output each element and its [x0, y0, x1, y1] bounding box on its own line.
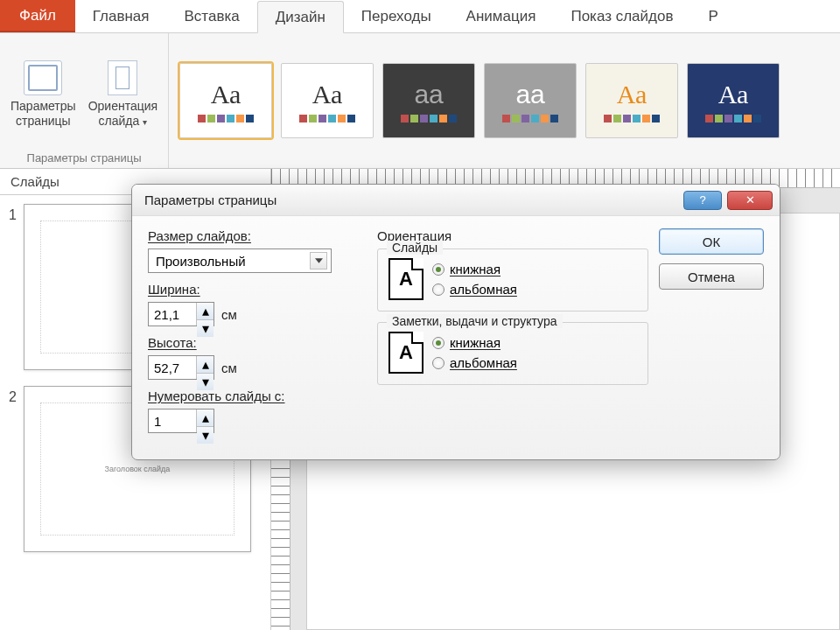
ok-button[interactable]: ОК [659, 228, 764, 255]
dialog-titlebar[interactable]: Параметры страницы ? ✕ [132, 185, 780, 216]
radio-label: альбомная [450, 355, 517, 370]
page-setup-label2: страницы [16, 114, 71, 128]
orientation-button[interactable]: Ориентацияслайда ▾ [88, 60, 158, 127]
theme-sample: Аа [211, 80, 242, 109]
tab-design-label: Дизайн [276, 9, 326, 26]
tab-home-label: Главная [93, 8, 150, 25]
tab-transitions[interactable]: Переходы [344, 0, 449, 32]
width-spinner[interactable]: 21,1 ▴▾ [148, 302, 214, 326]
tab-slideshow-label: Показ слайдов [570, 8, 673, 25]
orientation-icon [108, 60, 137, 95]
theme-sample: Аа [617, 80, 648, 109]
page-setup-dialog: Параметры страницы ? ✕ Размер слайдов: П… [131, 184, 780, 460]
tab-insert[interactable]: Вставка [167, 0, 257, 32]
help-icon: ? [699, 193, 705, 206]
radio-label: книжная [450, 262, 500, 276]
dialog-title: Параметры страницы [144, 192, 276, 207]
portrait-icon: A [388, 332, 424, 374]
tab-animations[interactable]: Анимация [449, 0, 554, 32]
slide-number: 1 [9, 204, 17, 223]
notes-portrait-radio[interactable]: книжная [432, 335, 517, 350]
tab-extra[interactable]: Р [690, 0, 735, 32]
tab-extra-label: Р [708, 8, 718, 25]
theme-sample: Аа [312, 80, 343, 109]
orientation-label2: слайда [99, 114, 140, 128]
theme-sample: Aa [414, 80, 443, 109]
page-setup-icon [24, 60, 62, 95]
number-value: 1 [149, 410, 196, 432]
slides-tab-label: Слайды [10, 174, 60, 189]
radio-label: книжная [450, 335, 500, 350]
tab-home[interactable]: Главная [75, 0, 167, 32]
theme-colors [604, 115, 660, 122]
chevron-down-icon: ▾ [143, 117, 147, 127]
tab-file-label: Файл [19, 7, 56, 24]
themes-gallery: Аа Аа Aa Aa Аа Аа [169, 33, 790, 168]
notes-orientation-group: Заметки, выдачи и структура A книжная ал… [377, 322, 648, 385]
theme-item-4[interactable]: Aa [484, 63, 577, 138]
notes-landscape-radio[interactable]: альбомная [432, 355, 517, 370]
tab-slideshow[interactable]: Показ слайдов [553, 0, 690, 32]
height-unit: см [221, 360, 237, 375]
slides-legend: Слайды [387, 241, 443, 255]
width-label: Ширина: [148, 282, 367, 297]
cancel-button[interactable]: Отмена [659, 263, 764, 290]
close-button[interactable]: ✕ [727, 191, 773, 210]
slides-orientation-group: Слайды A книжная альбомная [377, 248, 648, 312]
ok-label: ОК [703, 234, 720, 249]
theme-item-1[interactable]: Аа [179, 63, 272, 138]
height-spinner[interactable]: 52,7 ▴▾ [148, 355, 214, 380]
slides-portrait-radio[interactable]: книжная [432, 262, 517, 276]
size-label: Размер слайдов: [148, 228, 367, 243]
theme-item-3[interactable]: Aa [382, 63, 475, 138]
group-page-setup: Параметрыстраницы Ориентацияслайда ▾ Пар… [0, 33, 169, 168]
radio-icon [432, 337, 444, 349]
ribbon: Параметрыстраницы Ориентацияслайда ▾ Пар… [0, 33, 840, 169]
page-setup-label1: Параметры [10, 99, 76, 113]
slides-landscape-radio[interactable]: альбомная [432, 282, 517, 297]
orientation-label1: Ориентация [88, 99, 158, 113]
group-label-page-setup: Параметры страницы [27, 150, 142, 166]
number-spinner[interactable]: 1 ▴▾ [148, 409, 214, 433]
theme-item-5[interactable]: Аа [585, 63, 678, 138]
size-value: Произвольный [156, 254, 246, 269]
radio-label: альбомная [450, 282, 517, 297]
width-unit: см [221, 307, 237, 322]
cancel-label: Отмена [688, 270, 735, 284]
theme-sample: Aa [515, 80, 544, 109]
tab-transitions-label: Переходы [361, 8, 431, 25]
spin-up-icon[interactable]: ▴ [197, 303, 214, 320]
height-label: Высота: [148, 335, 367, 350]
theme-item-2[interactable]: Аа [281, 63, 374, 138]
theme-colors [198, 115, 254, 122]
tab-file[interactable]: Файл [0, 0, 75, 32]
notes-legend: Заметки, выдачи и структура [387, 314, 563, 328]
radio-icon [432, 284, 444, 296]
theme-colors [401, 115, 457, 122]
width-value: 21,1 [149, 303, 196, 326]
radio-icon [432, 357, 444, 369]
tab-insert-label: Вставка [185, 8, 240, 25]
tab-design[interactable]: Дизайн [257, 1, 344, 33]
theme-colors [705, 115, 761, 122]
slide-number: 2 [9, 386, 17, 405]
size-select[interactable]: Произвольный [148, 248, 332, 273]
number-label: Нумеровать слайды с: [148, 388, 367, 403]
theme-sample: Аа [718, 80, 749, 109]
theme-colors [299, 115, 355, 122]
page-setup-button[interactable]: Параметрыстраницы [10, 60, 76, 127]
spin-down-icon[interactable]: ▾ [197, 320, 214, 337]
theme-colors [502, 115, 558, 122]
chevron-down-icon [310, 252, 327, 270]
portrait-icon: A [388, 258, 424, 300]
tab-animations-label: Анимация [466, 8, 536, 25]
spin-down-icon[interactable]: ▾ [197, 427, 214, 444]
close-icon: ✕ [746, 193, 755, 206]
spin-up-icon[interactable]: ▴ [197, 356, 214, 374]
spin-up-icon[interactable]: ▴ [197, 410, 214, 427]
radio-icon [432, 263, 444, 276]
help-button[interactable]: ? [683, 191, 722, 210]
theme-item-6[interactable]: Аа [687, 63, 780, 138]
height-value: 52,7 [149, 356, 196, 379]
